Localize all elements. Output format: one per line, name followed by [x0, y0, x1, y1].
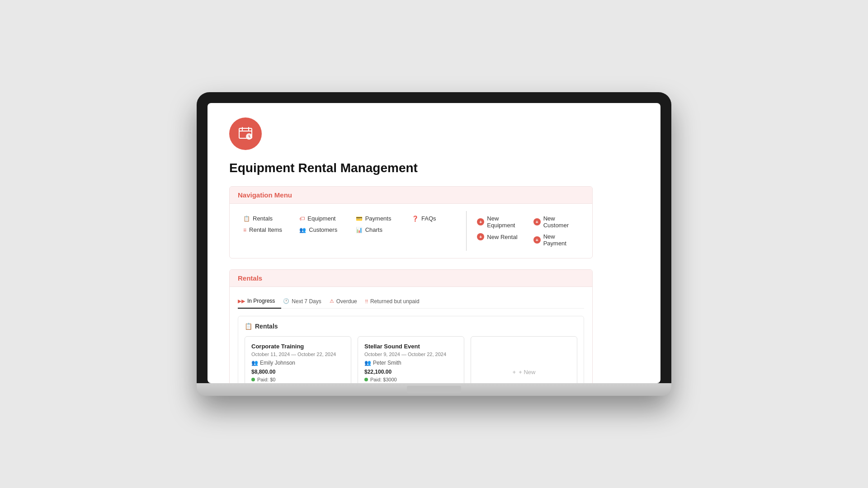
rental-card-0-customer: 👥 Emily Johnson [251, 360, 344, 366]
rental-card-0-date: October 11, 2024 — October 22, 2024 [251, 352, 344, 357]
rentals-tabs: ▶▶ In Progress 🕐 Next 7 Days ⚠ Overdue [238, 294, 584, 309]
new-payment-plus-icon: + [533, 236, 541, 244]
tab-overdue[interactable]: ⚠ Overdue [330, 294, 363, 308]
nav-item-customers[interactable]: 👥 Customers [299, 224, 344, 235]
app-content: Equipment Rental Management Navigation M… [208, 103, 614, 383]
nav-section: Navigation Menu 📋 Rentals ≡ Rental Items [229, 186, 593, 258]
rentals-sub-section: 📋 Rentals Corporate Training October 11,… [238, 316, 584, 383]
nav-item-equipment[interactable]: 🏷 Equipment [299, 213, 344, 224]
new-card-plus: + [513, 369, 516, 375]
tab-returned-unpaid[interactable]: !! Returned but unpaid [365, 294, 426, 308]
rental-card-0: Corporate Training October 11, 2024 — Oc… [245, 336, 351, 383]
page-title: Equipment Rental Management [229, 161, 593, 175]
rentals-sub-icon: 📋 [245, 323, 252, 330]
rental-card-1-paid: Paid: $3000 [364, 377, 458, 382]
new-rental-card[interactable]: + + New [471, 336, 577, 383]
nav-col-1: 📋 Rentals ≡ Rental Items [238, 211, 294, 237]
paid-dot-0 [251, 378, 255, 381]
nav-item-rental-items[interactable]: ≡ Rental Items [243, 224, 288, 235]
equipment-icon: 🏷 [299, 216, 305, 222]
new-rental-plus-icon: + [477, 233, 484, 240]
new-customer-button[interactable]: + New Customer [533, 213, 579, 231]
overdue-icon: ⚠ [330, 298, 334, 304]
returned-unpaid-icon: !! [365, 299, 368, 304]
rental-cards-grid: Corporate Training October 11, 2024 — Oc… [245, 336, 577, 383]
customers-icon: 👥 [299, 227, 306, 233]
rental-card-0-title: Corporate Training [251, 343, 344, 350]
nav-col-2: 🏷 Equipment 👥 Customers [294, 211, 350, 237]
rental-card-1: Stellar Sound Event October 9, 2024 — Oc… [358, 336, 464, 383]
nav-col-actions-1: + New Equipment + New Rental [472, 211, 528, 244]
rental-card-1-customer: 👥 Peter Smith [364, 360, 458, 366]
tab-next-7-days[interactable]: 🕐 Next 7 Days [283, 294, 327, 308]
rental-card-1-amount: $22,100.00 [364, 369, 458, 375]
logo-icon [237, 126, 254, 142]
rentals-icon: 📋 [243, 216, 250, 222]
rentals-section-header: Rentals [230, 270, 592, 287]
in-progress-icon: ▶▶ [238, 298, 245, 304]
nav-col-3: 💳 Payments 📊 Charts [350, 211, 406, 237]
nav-divider [466, 211, 467, 251]
new-customer-plus-icon: + [533, 218, 541, 225]
nav-item-rentals[interactable]: 📋 Rentals [243, 213, 288, 224]
nav-section-header: Navigation Menu [230, 187, 592, 204]
rental-card-0-paid: Paid: $0 [251, 377, 344, 382]
payments-icon: 💳 [356, 216, 363, 222]
new-card-inner: + + New [513, 369, 536, 375]
faqs-icon: ❓ [412, 216, 419, 222]
laptop-frame: Equipment Rental Management Navigation M… [197, 92, 671, 396]
nav-item-faqs[interactable]: ❓ FAQs [412, 213, 457, 224]
rental-card-1-date: October 9, 2024 — October 22, 2024 [364, 352, 458, 357]
customer-icon-0: 👥 [251, 360, 258, 366]
new-equipment-plus-icon: + [477, 218, 484, 225]
tab-in-progress[interactable]: ▶▶ In Progress [238, 294, 281, 309]
nav-col-4: ❓ FAQs [406, 211, 462, 226]
screen: Equipment Rental Management Navigation M… [208, 103, 660, 383]
nav-item-charts[interactable]: 📊 Charts [356, 224, 401, 235]
rentals-sub-header: 📋 Rentals [245, 323, 577, 330]
laptop-base [197, 383, 671, 396]
trackpad [407, 386, 461, 393]
app-logo [229, 117, 262, 150]
nav-col-actions-2: + New Customer + New Payment [528, 211, 584, 251]
charts-icon: 📊 [356, 227, 363, 233]
customer-icon-1: 👥 [364, 360, 371, 366]
rental-items-icon: ≡ [243, 227, 246, 233]
new-rental-button[interactable]: + New Rental [477, 231, 522, 243]
rentals-section: Rentals ▶▶ In Progress 🕐 Next 7 Days [229, 269, 593, 383]
nav-grid: 📋 Rentals ≡ Rental Items 🏷 [238, 211, 584, 251]
next-7-days-icon: 🕐 [283, 298, 289, 304]
new-equipment-button[interactable]: + New Equipment [477, 213, 522, 231]
nav-item-payments[interactable]: 💳 Payments [356, 213, 401, 224]
nav-section-body: 📋 Rentals ≡ Rental Items 🏷 [230, 204, 592, 258]
rental-card-0-amount: $8,800.00 [251, 369, 344, 375]
rental-card-1-title: Stellar Sound Event [364, 343, 458, 350]
new-payment-button[interactable]: + New Payment [533, 231, 579, 249]
rentals-section-body: ▶▶ In Progress 🕐 Next 7 Days ⚠ Overdue [230, 287, 592, 383]
paid-dot-1 [364, 378, 368, 381]
